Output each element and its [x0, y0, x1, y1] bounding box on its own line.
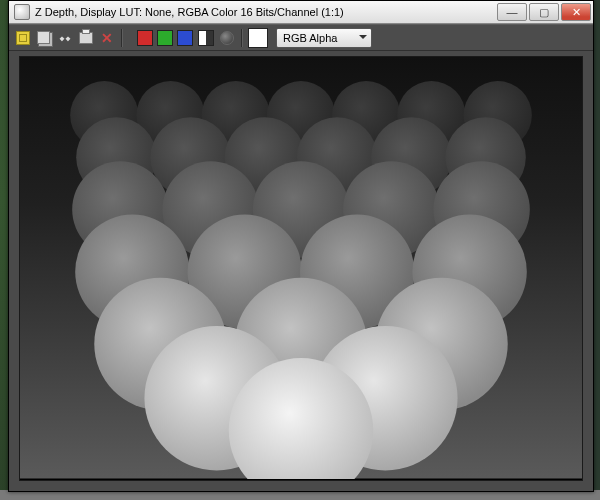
window-title: Z Depth, Display LUT: None, RGBA Color 1…: [35, 6, 497, 18]
minimize-button[interactable]: —: [497, 3, 527, 21]
separator: [241, 29, 243, 47]
clear-button[interactable]: ✕: [97, 28, 116, 47]
channel-blue-button[interactable]: [177, 30, 193, 46]
close-button[interactable]: ✕: [561, 3, 591, 21]
copy-button[interactable]: [34, 28, 53, 47]
maximize-button[interactable]: ▢: [529, 3, 559, 21]
channel-alpha-button[interactable]: [196, 28, 215, 47]
save-button[interactable]: [13, 28, 32, 47]
toolbar: ⬥⬥ ✕ RGB Alpha: [9, 24, 593, 51]
copy-icon: [37, 31, 50, 44]
channel-green-button[interactable]: [157, 30, 173, 46]
color-swatch-button[interactable]: [248, 28, 268, 48]
x-icon: ✕: [101, 30, 113, 46]
zdepth-render: [20, 57, 582, 479]
channel-red-button[interactable]: [137, 30, 153, 46]
render-window: Z Depth, Display LUT: None, RGBA Color 1…: [8, 0, 594, 492]
monochrome-button[interactable]: [217, 28, 236, 47]
print-button[interactable]: [76, 28, 95, 47]
clone-icon: ⬥⬥: [59, 32, 71, 43]
save-icon: [16, 31, 30, 45]
render-viewport[interactable]: [19, 56, 583, 481]
app-icon: [14, 4, 30, 20]
titlebar[interactable]: Z Depth, Display LUT: None, RGBA Color 1…: [9, 1, 593, 24]
mono-icon: [220, 31, 234, 45]
alpha-icon: [198, 30, 214, 46]
print-icon: [79, 32, 93, 44]
clone-button[interactable]: ⬥⬥: [55, 28, 74, 47]
channel-dropdown[interactable]: RGB Alpha: [276, 28, 372, 48]
channel-dropdown-value: RGB Alpha: [283, 32, 337, 44]
window-controls: — ▢ ✕: [497, 3, 591, 21]
separator: [121, 29, 123, 47]
